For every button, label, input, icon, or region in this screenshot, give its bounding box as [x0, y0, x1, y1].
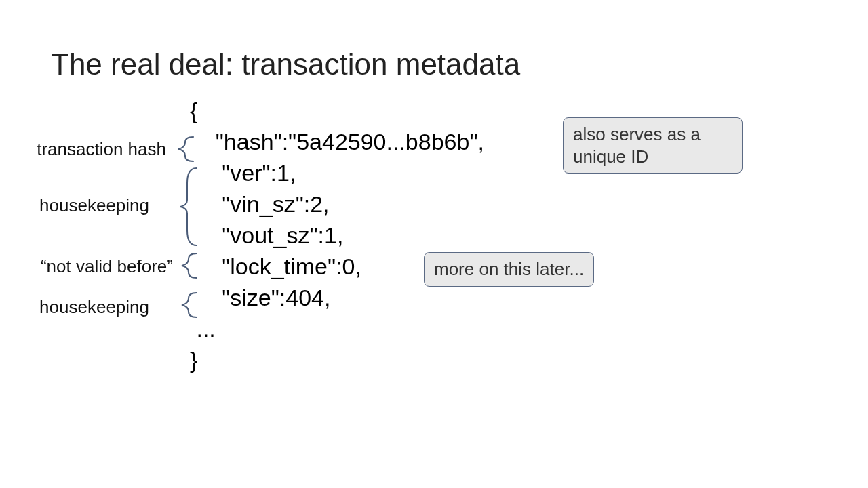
code-line-hash: "hash":"5a42590...b8b6b",	[190, 129, 484, 155]
code-ellipsis: ...	[190, 316, 216, 342]
code-line-size: "size":404,	[190, 285, 330, 310]
code-line-ver: "ver":1,	[190, 160, 296, 186]
brace-icon	[176, 291, 200, 319]
code-close-brace: }	[190, 347, 197, 373]
callout-more-later: more on this later...	[424, 252, 594, 287]
brace-icon	[173, 136, 197, 163]
slide: The real deal: transaction metadata { "h…	[0, 0, 868, 488]
label-housekeeping-2: housekeeping	[27, 297, 149, 318]
code-line-vin-sz: "vin_sz":2,	[190, 191, 330, 217]
label-transaction-hash: transaction hash	[27, 139, 166, 160]
label-not-valid-before: “not valid before”	[27, 256, 173, 277]
code-line-lock-time: "lock_time":0,	[190, 253, 361, 279]
code-open-brace: {	[190, 98, 197, 123]
callout-unique-id: also serves as a unique ID	[563, 117, 743, 174]
label-housekeeping-1: housekeeping	[27, 195, 149, 216]
code-block: { "hash":"5a42590...b8b6b", "ver":1, "vi…	[190, 95, 484, 375]
slide-title: The real deal: transaction metadata	[51, 47, 520, 81]
brace-icon	[176, 252, 200, 279]
code-line-vout-sz: "vout_sz":1,	[190, 222, 343, 248]
brace-icon	[176, 166, 200, 247]
